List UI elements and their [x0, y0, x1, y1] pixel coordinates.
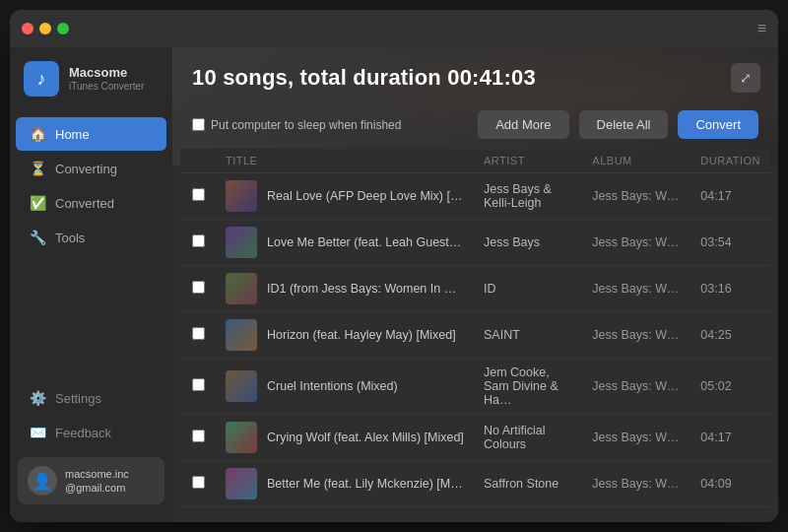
row-title: ID1 (from Jess Bays: Women In Good Co…	[267, 282, 464, 296]
sidebar-bottom: ⚙️ Settings ✉️ Feedback 👤 macsome.inc @g…	[10, 372, 172, 522]
table-row[interactable]: Horizon (feat. Hayley May) [Mixed] SAINT…	[180, 312, 770, 359]
row-title: Cruel Intentions (Mixed)	[267, 379, 398, 393]
home-icon: 🏠	[30, 126, 45, 142]
row-duration: 03:16	[690, 266, 770, 312]
row-artist: Saffron Stone	[474, 461, 582, 507]
song-table: TITLE ARTIST ALBUM DURATION	[180, 149, 770, 507]
convert-button[interactable]: Convert	[678, 110, 758, 139]
avatar: 👤	[28, 466, 57, 496]
brand-text: Macsome iTunes Converter	[69, 65, 144, 93]
panel-controls: Put computer to sleep when finished Add …	[172, 102, 778, 149]
add-more-button[interactable]: Add More	[478, 110, 568, 139]
row-duration: 03:54	[690, 220, 770, 266]
sidebar-item-tools[interactable]: 🔧 Tools	[16, 221, 166, 254]
row-album: Jess Bays: Wom…	[582, 461, 690, 507]
row-album: Jess Bays: Wom…	[582, 415, 690, 461]
brand-subtitle: iTunes Converter	[69, 81, 144, 93]
converted-icon: ✅	[30, 195, 45, 211]
sidebar-item-converting-label: Converting	[55, 162, 117, 176]
album-thumbnail	[226, 468, 257, 499]
sidebar-item-home-label: Home	[55, 127, 90, 142]
sidebar-item-converted-label: Converted	[55, 196, 114, 211]
row-artist: Jess Bays	[474, 220, 582, 266]
row-check-cell	[180, 461, 216, 507]
row-duration: 04:09	[690, 461, 770, 507]
brand: ♪ Macsome iTunes Converter	[10, 47, 172, 112]
user-email: macsome.inc @gmail.com	[65, 467, 129, 496]
expand-button[interactable]: ⤢	[731, 63, 760, 93]
row-checkbox[interactable]	[192, 430, 205, 442]
album-thumbnail	[226, 180, 257, 212]
brand-icon: ♪	[24, 61, 59, 97]
delete-all-button[interactable]: Delete All	[579, 110, 669, 139]
sleep-checkbox[interactable]: Put computer to sleep when finished	[192, 118, 468, 132]
sidebar-item-feedback[interactable]: ✉️ Feedback	[16, 416, 166, 449]
sidebar-item-settings[interactable]: ⚙️ Settings	[16, 381, 166, 415]
table-row[interactable]: Better Me (feat. Lily Mckenzie) [Mixed] …	[180, 461, 770, 507]
col-artist-header: ARTIST	[474, 149, 582, 173]
row-album: Jess Bays: Wom…	[582, 173, 690, 220]
col-check	[180, 149, 216, 173]
traffic-lights	[22, 23, 69, 34]
minimize-button[interactable]	[39, 23, 51, 34]
album-thumbnail	[226, 319, 257, 351]
col-album-header: ALBUM	[582, 149, 690, 173]
title-bar: ≡	[10, 10, 778, 47]
user-card[interactable]: 👤 macsome.inc @gmail.com	[18, 457, 164, 504]
sidebar-item-home[interactable]: 🏠 Home	[16, 117, 166, 151]
brand-name: Macsome	[69, 65, 144, 81]
row-title: Love Me Better (feat. Leah Guest) [Dub M…	[267, 235, 464, 249]
table-body: Real Love (AFP Deep Love Mix) [Mixed] Je…	[180, 173, 770, 507]
table-header: TITLE ARTIST ALBUM DURATION	[180, 149, 770, 173]
album-thumbnail	[226, 422, 257, 453]
row-checkbox[interactable]	[192, 188, 205, 201]
col-duration-header: DURATION	[690, 149, 770, 173]
row-title-cell: Better Me (feat. Lily Mckenzie) [Mixed]	[216, 461, 474, 507]
settings-icon: ⚙️	[30, 390, 45, 406]
row-checkbox[interactable]	[192, 234, 205, 247]
row-checkbox[interactable]	[192, 281, 205, 294]
sidebar-item-settings-label: Settings	[55, 391, 101, 406]
row-check-cell	[180, 220, 216, 266]
row-title-cell: Real Love (AFP Deep Love Mix) [Mixed]	[216, 173, 474, 220]
table-row[interactable]: Love Me Better (feat. Leah Guest) [Dub M…	[180, 220, 770, 266]
row-check-cell	[180, 415, 216, 461]
table-row[interactable]: Crying Wolf (feat. Alex Mills) [Mixed] N…	[180, 415, 770, 461]
row-title-cell: Cruel Intentions (Mixed)	[216, 359, 474, 415]
close-button[interactable]	[22, 23, 33, 34]
tools-icon: 🔧	[30, 230, 45, 245]
row-checkbox[interactable]	[192, 476, 205, 489]
row-duration: 04:17	[690, 173, 770, 220]
table-row[interactable]: Cruel Intentions (Mixed) Jem Cooke, Sam …	[180, 359, 770, 415]
row-artist: No Artificial Colours	[474, 415, 582, 461]
row-check-cell	[180, 359, 216, 415]
panel-header: 10 songs, total duration 00:41:03	[172, 47, 778, 102]
row-title-cell: Love Me Better (feat. Leah Guest) [Dub M…	[216, 220, 474, 266]
row-title: Horizon (feat. Hayley May) [Mixed]	[267, 328, 456, 342]
row-checkbox[interactable]	[192, 327, 205, 340]
row-artist: Jem Cooke, Sam Divine & Ha…	[474, 359, 582, 415]
maximize-button[interactable]	[57, 23, 69, 34]
feedback-icon: ✉️	[30, 425, 45, 440]
row-title: Better Me (feat. Lily Mckenzie) [Mixed]	[267, 477, 464, 491]
row-checkbox[interactable]	[192, 378, 205, 391]
row-title-cell: ID1 (from Jess Bays: Women In Good Co…	[216, 266, 474, 312]
sidebar-item-converted[interactable]: ✅ Converted	[16, 186, 166, 220]
album-thumbnail	[226, 227, 257, 258]
sidebar-item-converting[interactable]: ⏳ Converting	[16, 152, 166, 185]
row-duration: 05:02	[690, 359, 770, 415]
sleep-checkbox-input[interactable]	[192, 118, 205, 131]
table-row[interactable]: ID1 (from Jess Bays: Women In Good Co… I…	[180, 266, 770, 312]
row-artist: ID	[474, 266, 582, 312]
row-album: Jess Bays: Wom…	[582, 220, 690, 266]
album-thumbnail	[226, 370, 257, 402]
main-content: ♪ Macsome iTunes Converter 🏠 Home ⏳ Conv…	[10, 47, 778, 522]
col-title-header: TITLE	[216, 149, 474, 173]
sidebar: ♪ Macsome iTunes Converter 🏠 Home ⏳ Conv…	[10, 47, 172, 522]
menu-icon[interactable]: ≡	[757, 20, 766, 37]
table-row[interactable]: Real Love (AFP Deep Love Mix) [Mixed] Je…	[180, 173, 770, 220]
sidebar-nav: 🏠 Home ⏳ Converting ✅ Converted 🔧 Tools	[10, 112, 172, 372]
row-artist: SAINT	[474, 312, 582, 359]
song-table-container[interactable]: TITLE ARTIST ALBUM DURATION	[180, 149, 770, 514]
row-album: Jess Bays: Wom…	[582, 359, 690, 415]
